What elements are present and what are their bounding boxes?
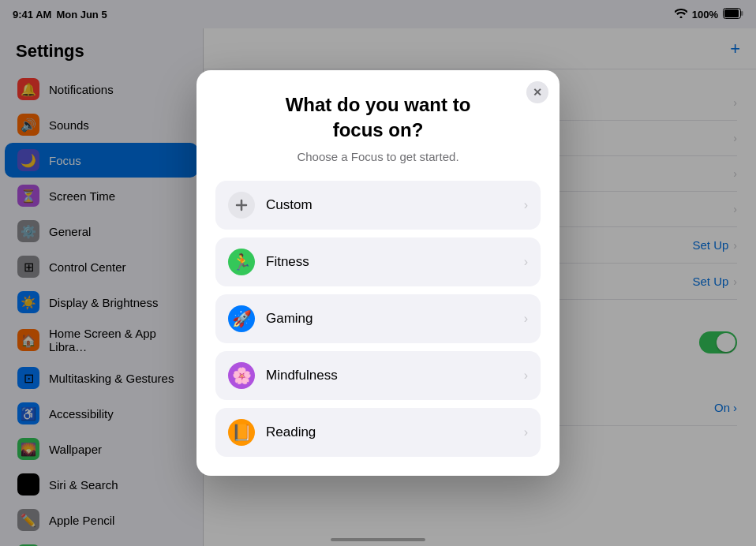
- focus-icon-fitness: 🏃: [228, 249, 255, 275]
- focus-add-icon: [228, 192, 255, 219]
- focus-chevron-custom: ›: [524, 198, 528, 212]
- focus-label-fitness: Fitness: [266, 254, 513, 270]
- focus-list: Custom › 🏃 Fitness › 🚀 Gaming › 🌸 Mindfu…: [215, 181, 541, 457]
- focus-chevron-mindfulness: ›: [524, 368, 528, 383]
- focus-label-custom: Custom: [266, 197, 513, 213]
- modal-overlay: ✕ What do you want tofocus on? Choose a …: [0, 0, 756, 546]
- focus-chevron-reading: ›: [524, 425, 528, 439]
- focus-item-fitness[interactable]: 🏃 Fitness ›: [215, 237, 541, 286]
- focus-item-gaming[interactable]: 🚀 Gaming ›: [215, 294, 541, 343]
- focus-chevron-fitness: ›: [524, 255, 528, 269]
- focus-icon-reading: 📙: [228, 419, 255, 446]
- focus-label-mindfulness: Mindfulness: [266, 368, 513, 383]
- focus-label-reading: Reading: [266, 424, 513, 440]
- focus-label-gaming: Gaming: [266, 311, 513, 327]
- modal-subtitle: Choose a Focus to get started.: [215, 150, 541, 163]
- modal-title: What do you want tofocus on?: [215, 92, 541, 141]
- modal-close-button[interactable]: ✕: [526, 81, 548, 103]
- focus-icon-mindfulness: 🌸: [228, 362, 255, 389]
- focus-modal: ✕ What do you want tofocus on? Choose a …: [196, 70, 560, 475]
- focus-item-custom[interactable]: Custom ›: [215, 181, 541, 230]
- home-indicator: [331, 538, 425, 541]
- focus-chevron-gaming: ›: [524, 312, 528, 326]
- focus-icon-gaming: 🚀: [228, 305, 255, 332]
- focus-item-reading[interactable]: 📙 Reading ›: [215, 408, 541, 457]
- focus-item-mindfulness[interactable]: 🌸 Mindfulness ›: [215, 351, 541, 400]
